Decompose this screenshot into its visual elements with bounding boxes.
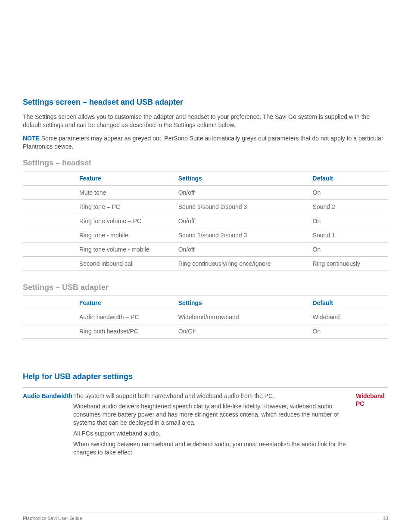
cell-settings: On/off xyxy=(178,185,313,199)
settings-usb-table: Feature Settings Default Audio bandwidth… xyxy=(23,296,388,339)
table-row: Ring tone - mobile Sound 1/sound 2/sound… xyxy=(23,228,388,242)
th-settings: Settings xyxy=(178,296,313,310)
table-header-row: Feature Settings Default xyxy=(23,296,388,310)
help-p3: All PCs support wideband audio. xyxy=(73,429,347,438)
footer-left: Plantronics Savi User Guide xyxy=(23,516,82,521)
table-row: Ring tone volume – PC On/off On xyxy=(23,214,388,228)
cell-feature: Ring tone volume – PC xyxy=(23,214,178,228)
subhead-settings-usb-adapter: Settings – USB adapter xyxy=(23,283,388,292)
help-p1: The system will support both narrowband … xyxy=(73,392,347,400)
cell-settings: On/Off xyxy=(178,324,313,338)
subhead-settings-headset: Settings – headset xyxy=(23,159,388,168)
table-row: Ring tone – PC Sound 1/sound 2/sound 3 S… xyxy=(23,199,388,214)
table-row: Ring both headset/PC On/Off On xyxy=(23,324,388,338)
cell-feature: Second inbound call xyxy=(23,256,178,271)
cell-settings: Wideband/narrowband xyxy=(178,310,313,324)
table-header-row: Feature Settings Default xyxy=(23,171,388,185)
cell-default: Sound 1 xyxy=(313,228,388,242)
help-table: Audio Bandwidth The system will support … xyxy=(23,387,388,462)
help-p2: Wideband audio delivers heightened speec… xyxy=(73,402,347,427)
table-row: Audio bandwidth – PC Wideband/narrowband… xyxy=(23,310,388,324)
cell-default: On xyxy=(313,185,388,199)
help-right-label: Wideband PC xyxy=(356,387,388,462)
note-paragraph: NOTE Some parameters may appear as greye… xyxy=(23,134,388,151)
section-title-settings-screen: Settings screen – headset and USB adapte… xyxy=(23,23,388,107)
table-row: Mute tone On/off On xyxy=(23,185,388,199)
cell-default: On xyxy=(313,242,388,256)
cell-feature: Ring both headset/PC xyxy=(23,324,178,338)
th-feature: Feature xyxy=(23,296,178,310)
table-row: Ring tone volume - mobile On/off On xyxy=(23,242,388,256)
page-footer: Plantronics Savi User Guide 13 xyxy=(23,513,388,521)
cell-default: On xyxy=(313,324,388,338)
help-body: The system will support both narrowband … xyxy=(73,387,356,462)
cell-default: Sound 2 xyxy=(313,199,388,214)
cell-feature: Ring tone volume - mobile xyxy=(23,242,178,256)
cell-settings: Sound 1/sound 2/sound 3 xyxy=(178,199,313,214)
th-feature: Feature xyxy=(23,171,178,185)
cell-default: Ring continuously xyxy=(313,256,388,271)
section-title-help-usb: Help for USB adapter settings xyxy=(23,339,388,381)
cell-settings: Sound 1/sound 2/sound 3 xyxy=(178,228,313,242)
th-default: Default xyxy=(313,296,388,310)
note-label: NOTE xyxy=(23,135,40,142)
settings-headset-table: Feature Settings Default Mute tone On/of… xyxy=(23,171,388,271)
help-left-label: Audio Bandwidth xyxy=(23,387,73,462)
help-p4: When switching between narrowband and wi… xyxy=(73,440,347,457)
cell-settings: On/off xyxy=(178,214,313,228)
intro-paragraph: The Settings screen allows you to custom… xyxy=(23,113,388,129)
cell-feature: Ring tone - mobile xyxy=(23,228,178,242)
cell-feature: Mute tone xyxy=(23,185,178,199)
cell-feature: Audio bandwidth – PC xyxy=(23,310,178,324)
note-body: Some parameters may appear as greyed out… xyxy=(23,135,383,150)
cell-settings: On/off xyxy=(178,242,313,256)
cell-feature: Ring tone – PC xyxy=(23,199,178,214)
th-default: Default xyxy=(313,171,388,185)
table-row: Second inbound call Ring continuously/ri… xyxy=(23,256,388,271)
cell-default: Wideband xyxy=(313,310,388,324)
th-settings: Settings xyxy=(178,171,313,185)
help-row: Audio Bandwidth The system will support … xyxy=(23,387,388,462)
cell-default: On xyxy=(313,214,388,228)
cell-settings: Ring continuously/ring once/ignore xyxy=(178,256,313,271)
footer-page-number: 13 xyxy=(383,516,388,521)
